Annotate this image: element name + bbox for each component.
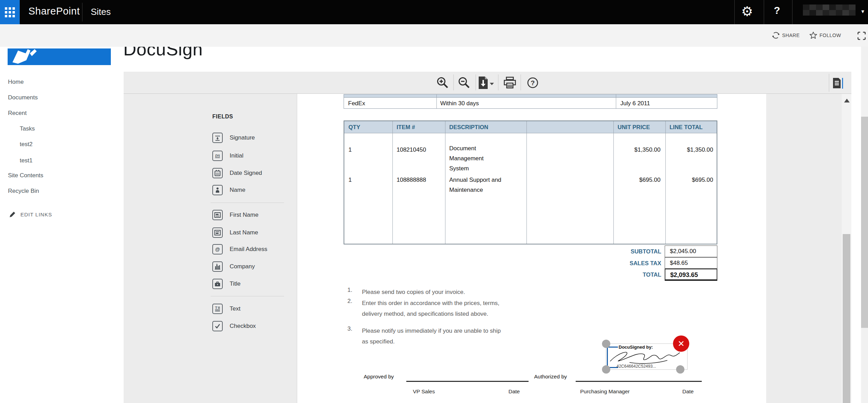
total-value-box: $2,093.65 xyxy=(665,269,717,281)
zoom-in-button[interactable] xyxy=(435,75,450,90)
shipping-carrier: FedEx xyxy=(348,100,365,107)
table-border xyxy=(436,95,437,108)
text-icon: T xyxy=(212,304,223,314)
field-label: Name xyxy=(230,187,245,194)
fields-panel-title: FIELDS xyxy=(212,114,233,120)
sidebar-item-test2[interactable]: test2 xyxy=(20,141,33,149)
row-unit-price: $1,350.00 xyxy=(613,146,661,153)
subtotal-label: SUBTOTAL xyxy=(589,248,661,255)
note-text: Enter this order in accordance with the … xyxy=(362,298,507,319)
app-launcher-button[interactable] xyxy=(0,0,20,24)
field-item-text[interactable]: T Text xyxy=(212,303,295,315)
col-header-item: ITEM # xyxy=(397,124,415,131)
row-qty: 1 xyxy=(348,177,352,183)
field-item-name[interactable]: Name xyxy=(212,184,295,196)
help-button[interactable]: ? xyxy=(525,75,540,90)
share-icon xyxy=(772,31,780,39)
document-pages-button[interactable] xyxy=(831,75,846,90)
date-signed-icon xyxy=(212,168,223,178)
field-label: First Name xyxy=(230,212,258,218)
stamp-handle[interactable] xyxy=(602,365,610,374)
note-number: 2. xyxy=(347,298,358,305)
note-text: Please notify us immediately if you are … xyxy=(362,325,507,347)
field-label: Text xyxy=(230,305,240,312)
shipping-date: July 6 2011 xyxy=(620,100,650,107)
signature-line xyxy=(406,381,529,382)
field-item-last-name[interactable]: Last Name xyxy=(212,227,295,239)
approved-date-label: Date xyxy=(508,388,520,395)
title-icon xyxy=(212,279,223,289)
shipping-table-header xyxy=(344,95,717,98)
follow-star-icon xyxy=(809,31,817,39)
page-scrollbar-thumb[interactable] xyxy=(861,117,868,328)
svg-text:SIGN: SIGN xyxy=(215,135,220,137)
edit-links-label: EDIT LINKS xyxy=(20,212,52,217)
field-item-first-name[interactable]: First Name xyxy=(212,209,295,221)
toolbar-separator xyxy=(521,74,521,90)
sales-tax-label: SALES TAX xyxy=(589,260,661,267)
note-text: Please send two copies of your invoice. xyxy=(362,287,507,297)
viewer-scrollbar-thumb[interactable] xyxy=(843,234,850,403)
suite-divider xyxy=(82,3,82,21)
print-button[interactable] xyxy=(502,75,517,90)
row-line-total: $1,350.00 xyxy=(665,146,713,153)
user-name-redacted[interactable] xyxy=(803,5,856,16)
field-label: Initial xyxy=(230,152,243,159)
docusign-signature-stamp[interactable]: DocuSigned by: 42C646642C52493... ✕ xyxy=(606,343,688,370)
help-icon[interactable]: ? xyxy=(774,5,780,16)
focus-on-content-icon[interactable] xyxy=(857,31,866,41)
field-label: Date Signed xyxy=(230,170,262,177)
sidebar-item-test1[interactable]: test1 xyxy=(20,157,33,165)
share-button[interactable]: SHARE xyxy=(782,33,800,38)
field-item-checkbox[interactable]: Checkbox xyxy=(212,320,295,332)
sales-tax-value: $48.65 xyxy=(665,258,717,267)
delete-stamp-button[interactable]: ✕ xyxy=(673,335,689,352)
field-label: Signature xyxy=(230,134,255,141)
signature-line xyxy=(576,381,702,382)
field-item-date-signed[interactable]: Date Signed xyxy=(212,167,295,179)
zoom-out-button[interactable] xyxy=(457,75,472,90)
follow-button[interactable]: FOLLOW xyxy=(820,33,841,38)
field-item-initial[interactable]: DS Initial xyxy=(212,150,295,162)
initial-icon: DS xyxy=(212,151,223,161)
field-label: Last Name xyxy=(230,229,258,236)
sharepoint-docusign-page: SharePoint Sites ⚙ ? ▼ SHARE FOLLOW xyxy=(0,0,868,403)
table-border xyxy=(445,121,445,244)
field-item-signature[interactable]: SIGN Signature xyxy=(212,132,295,144)
shipping-terms: Within 30 days xyxy=(440,100,479,107)
scrollbar-up-arrow-icon[interactable] xyxy=(844,99,850,102)
toolbar-separator xyxy=(476,74,476,90)
field-item-email-address[interactable]: @ Email Address xyxy=(212,243,295,255)
field-item-company[interactable]: Company xyxy=(212,261,295,272)
field-item-title[interactable]: Title xyxy=(212,278,295,290)
edit-links-button[interactable]: EDIT LINKS xyxy=(9,211,52,218)
download-button[interactable] xyxy=(476,75,496,90)
last-name-icon xyxy=(212,227,223,238)
sharepoint-brand[interactable]: SharePoint xyxy=(28,6,80,17)
svg-text:T: T xyxy=(215,306,218,310)
sidebar-item-tasks[interactable]: Tasks xyxy=(20,125,35,133)
site-logo[interactable] xyxy=(8,48,111,65)
sidebar-item-documents[interactable]: Documents xyxy=(8,94,38,102)
toolbar-separator xyxy=(829,74,829,92)
stamp-handle[interactable] xyxy=(676,365,684,374)
name-icon xyxy=(212,185,223,195)
sidebar-item-recycle-bin[interactable]: Recycle Bin xyxy=(8,188,39,195)
field-label: Email Address xyxy=(230,246,267,253)
stamp-bracket xyxy=(607,347,608,368)
user-menu-chevron-icon[interactable]: ▼ xyxy=(860,9,865,14)
table-border xyxy=(616,95,616,108)
stamp-handle[interactable] xyxy=(602,340,610,348)
suite-divider xyxy=(734,0,735,24)
field-label: Company xyxy=(230,263,255,270)
row-unit-price: $695.00 xyxy=(613,177,661,183)
authorized-role-label: Purchasing Manager xyxy=(580,388,630,395)
authorized-by-label: Authorized by xyxy=(534,374,567,380)
suite-bar: SharePoint Sites ⚙ ? ▼ xyxy=(0,0,868,24)
sites-link[interactable]: Sites xyxy=(91,7,111,17)
sidebar-item-home[interactable]: Home xyxy=(8,79,24,86)
approved-by-label: Approved by xyxy=(364,374,394,380)
sidebar-item-site-contents[interactable]: Site Contents xyxy=(8,172,43,180)
sidebar-item-recent[interactable]: Recent xyxy=(8,110,27,117)
settings-gear-icon[interactable]: ⚙ xyxy=(741,3,753,20)
